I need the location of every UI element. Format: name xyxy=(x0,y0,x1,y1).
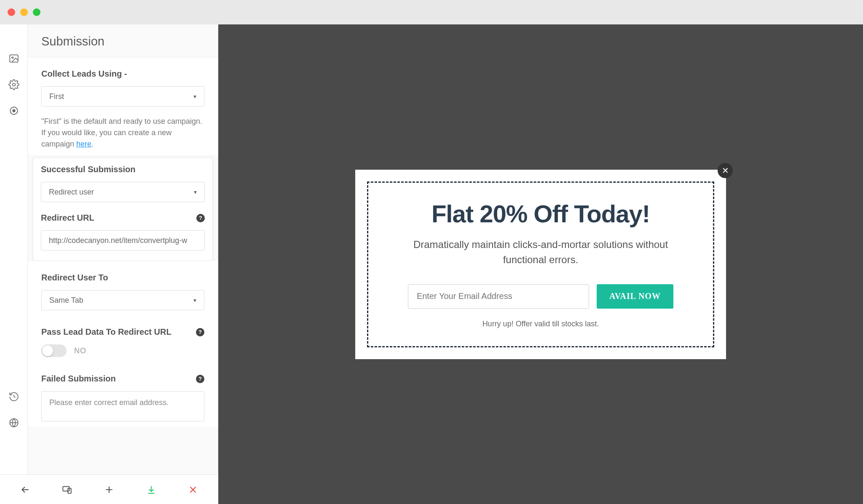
download-icon[interactable] xyxy=(145,483,158,496)
back-icon[interactable] xyxy=(19,483,32,496)
failed-submission-label: Failed Submission ? xyxy=(41,374,204,384)
icon-rail xyxy=(0,24,28,504)
globe-icon[interactable] xyxy=(8,417,19,428)
redirect-to-label: Redirect User To xyxy=(41,273,204,283)
svg-point-4 xyxy=(13,109,15,112)
modal-heading: Flat 20% Off Today! xyxy=(392,200,689,228)
avail-now-button[interactable]: AVAIL NOW xyxy=(597,284,673,309)
redirect-url-label: Redirect URL ? xyxy=(41,213,205,223)
collect-leads-label: Collect Leads Using - xyxy=(41,69,204,79)
window-titlebar xyxy=(0,0,863,24)
gear-icon[interactable] xyxy=(8,79,19,90)
cancel-icon[interactable] xyxy=(187,483,199,496)
target-icon[interactable] xyxy=(8,105,19,116)
successful-submission-select[interactable]: Redirect user xyxy=(41,182,205,202)
sidebar-title: Submission xyxy=(41,35,204,48)
popup-modal: ✕ Flat 20% Off Today! Dramatically maint… xyxy=(355,170,726,359)
redirect-url-input[interactable]: http://codecanyon.net/item/convertplug-w xyxy=(41,230,205,251)
window-maximize-dot[interactable] xyxy=(33,8,40,16)
sidebar-header: Submission xyxy=(28,24,218,57)
help-icon[interactable]: ? xyxy=(196,214,205,222)
help-icon[interactable]: ? xyxy=(196,328,204,336)
image-icon[interactable] xyxy=(8,53,19,64)
bottom-toolbar xyxy=(0,475,218,504)
modal-subheading: Dramatically maintain clicks-and-mortar … xyxy=(392,237,689,267)
svg-point-1 xyxy=(12,57,13,58)
svg-point-2 xyxy=(12,83,15,86)
successful-submission-label: Successful Submission xyxy=(41,165,205,174)
create-campaign-link[interactable]: here xyxy=(76,140,91,148)
sidebar-panel: Submission Collect Leads Using - First "… xyxy=(28,24,218,504)
modal-footnote: Hurry up! Offer valid till stocks last. xyxy=(392,320,689,328)
window-close-dot[interactable] xyxy=(8,8,15,16)
toggle-state-label: NO xyxy=(74,347,86,355)
devices-icon[interactable] xyxy=(61,483,73,496)
successful-submission-card: Successful Submission Redirect user Redi… xyxy=(33,157,213,261)
failed-submission-textarea[interactable]: Please enter correct email address. xyxy=(41,391,204,421)
history-icon[interactable] xyxy=(8,391,19,402)
help-icon[interactable]: ? xyxy=(196,375,204,383)
collect-leads-select[interactable]: First xyxy=(41,86,204,107)
pass-lead-toggle[interactable] xyxy=(41,344,67,357)
email-input[interactable] xyxy=(408,284,589,309)
close-icon[interactable]: ✕ xyxy=(718,163,733,178)
redirect-to-select[interactable]: Same Tab xyxy=(41,290,204,310)
pass-lead-label: Pass Lead Data To Redirect URL ? xyxy=(41,327,204,337)
svg-rect-0 xyxy=(10,55,18,62)
preview-canvas: ✕ Flat 20% Off Today! Dramatically maint… xyxy=(218,24,863,504)
plus-icon[interactable] xyxy=(103,483,115,496)
collect-leads-note: "First" is the default and ready to use … xyxy=(41,116,204,150)
window-minimize-dot[interactable] xyxy=(20,8,28,16)
